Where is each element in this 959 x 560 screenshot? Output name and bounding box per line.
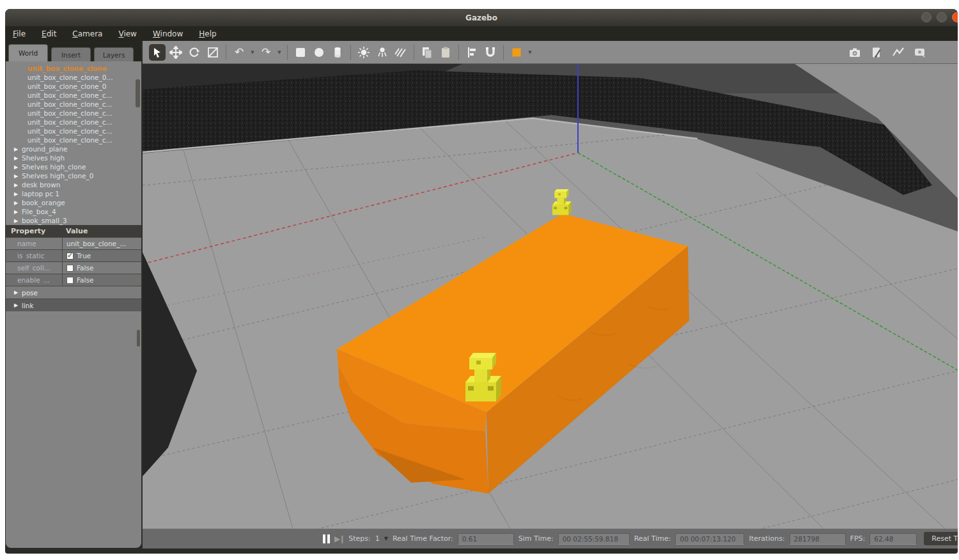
tree-item-unit-box-clone-clone-c[interactable]: unit_box_clone_clone_c... — [6, 136, 141, 144]
change-view-tool[interactable] — [508, 44, 525, 61]
yellow-robot-far[interactable] — [552, 189, 572, 215]
snap-tool[interactable] — [482, 44, 499, 61]
change-view-caret[interactable]: ▼ — [527, 50, 533, 55]
tree-item-unit-box-clone-clone-c[interactable]: unit_box_clone_clone_c... — [6, 127, 141, 136]
toolbar-separator — [226, 45, 226, 60]
expander-icon[interactable]: ▶ — [14, 172, 22, 181]
steps-value[interactable]: 1 — [375, 534, 380, 543]
property-group-link[interactable]: ▶link — [6, 299, 141, 311]
tab-world[interactable]: World — [8, 44, 48, 61]
expander-icon[interactable]: ▶ — [14, 181, 22, 190]
menubar: FileEditCameraViewWindowHelp — [5, 26, 958, 41]
reset-time-button[interactable]: Reset Time — [924, 532, 958, 545]
status-label-iterations: Iterations: — [749, 534, 784, 543]
step-button[interactable]: ▶❙ — [334, 534, 344, 543]
expander-icon[interactable]: ▶ — [14, 290, 22, 295]
tree-item-unit-box-clone-clone-c[interactable]: unit_box_clone_clone_c... — [6, 100, 141, 109]
property-row-self-coll: self_coll...False — [6, 261, 141, 274]
insert-cylinder-tool[interactable] — [329, 44, 346, 61]
point-light-tool[interactable] — [355, 44, 372, 61]
checkbox-unchecked[interactable] — [66, 265, 74, 272]
close-button[interactable] — [952, 12, 958, 22]
insert-sphere-tool[interactable] — [311, 44, 327, 61]
menu-edit[interactable]: Edit — [42, 29, 56, 38]
expander-icon[interactable]: ▶ — [14, 145, 22, 154]
property-value[interactable]: True — [62, 250, 141, 261]
tree-item-unit-box-clone-clone-c[interactable]: unit_box_clone_clone_c... — [6, 109, 141, 118]
property-value[interactable]: False — [62, 262, 141, 274]
property-table-header: Property Value — [6, 225, 141, 237]
checkbox-unchecked[interactable] — [66, 277, 74, 284]
tab-layers[interactable]: Layers — [94, 47, 134, 61]
expander-icon[interactable]: ▶ — [14, 154, 22, 163]
tree-item-shelves-high-clone-0[interactable]: ▶Shelves high_clone_0 — [6, 171, 141, 180]
gazebo-window: Gazebo FileEditCameraViewWindowHelp Worl… — [5, 9, 958, 554]
insert-box-tool[interactable] — [292, 44, 309, 61]
translate-tool[interactable] — [168, 44, 184, 61]
expander-icon[interactable]: ▶ — [14, 163, 22, 172]
tree-item-laptop-pc-1[interactable]: ▶laptop pc 1 — [6, 189, 141, 198]
left-panel: WorldInsertLayers unit_box_clone_cloneun… — [5, 41, 142, 548]
expander-icon[interactable]: ▶ — [14, 208, 22, 217]
tree-item-unit-box-clone-clone[interactable]: unit_box_clone_clone — [6, 64, 141, 73]
menu-file[interactable]: File — [13, 29, 26, 38]
align-tool[interactable] — [464, 44, 480, 61]
tree-scrollbar-thumb[interactable] — [136, 79, 140, 107]
menu-window[interactable]: Window — [153, 29, 183, 38]
menu-help[interactable]: Help — [199, 29, 216, 38]
minimize-button[interactable] — [921, 12, 932, 22]
tree-item-unit-box-clone-clone-c[interactable]: unit_box_clone_clone_c... — [6, 118, 141, 127]
render-toolbar: ↶ ▼ ↷ ▼ — [143, 41, 958, 64]
video-record-icon[interactable] — [912, 44, 928, 61]
tree-item-book-orange[interactable]: ▶book_orange — [6, 198, 141, 207]
status-label-real-time: Real Time: — [634, 534, 671, 543]
property-name: self_coll... — [6, 264, 62, 272]
tree-item-unit-box-clone-clone-0[interactable]: unit_box_clone_clone_0... — [6, 73, 141, 82]
tree-item-unit-box-clone-clone-c[interactable]: unit_box_clone_clone_c... — [6, 91, 141, 100]
value-column-header: Value — [62, 227, 141, 235]
render-canvas[interactable] — [143, 64, 958, 529]
directional-light-tool[interactable] — [393, 44, 409, 61]
menu-view[interactable]: View — [118, 29, 136, 38]
maximize-button[interactable] — [937, 12, 947, 22]
rotate-tool[interactable] — [186, 44, 203, 61]
panel-scrollbar-thumb[interactable] — [137, 330, 140, 346]
tree-item-ground-plane[interactable]: ▶ground_plane — [6, 144, 141, 153]
property-name: enable_... — [6, 276, 62, 284]
copy-button[interactable] — [419, 44, 435, 61]
yellow-robot-near[interactable] — [465, 353, 501, 401]
tree-item-shelves-high[interactable]: ▶Shelves high — [6, 153, 141, 162]
undo-button[interactable]: ↶ — [231, 44, 247, 61]
undo-history-caret[interactable]: ▼ — [249, 50, 256, 55]
tree-item-shelves-high-clone[interactable]: ▶Shelves high_clone — [6, 162, 141, 171]
tree-item-file-box-4[interactable]: ▶File_box_4 — [6, 207, 141, 216]
log-record-icon[interactable] — [868, 44, 885, 61]
expander-icon[interactable]: ▶ — [14, 217, 22, 225]
titlebar[interactable]: Gazebo — [5, 9, 958, 26]
redo-button[interactable]: ↷ — [258, 44, 274, 61]
expander-icon[interactable]: ▶ — [14, 199, 22, 208]
spot-light-tool[interactable] — [374, 44, 391, 61]
checkbox-checked[interactable] — [66, 253, 74, 260]
property-table: Property Value nameunit_box_clone_...is_… — [6, 225, 141, 286]
property-value: unit_box_clone_... — [62, 238, 141, 249]
expander-icon[interactable]: ▶ — [14, 302, 22, 308]
redo-history-caret[interactable]: ▼ — [276, 50, 283, 55]
select-tool[interactable] — [149, 44, 166, 61]
tree-item-book-small-3[interactable]: ▶book_small_3 — [6, 216, 141, 225]
screenshot-icon[interactable] — [846, 44, 863, 61]
property-name: is_static — [6, 252, 62, 260]
property-value[interactable]: False — [62, 274, 141, 286]
scale-tool[interactable] — [205, 44, 221, 61]
pause-button[interactable] — [323, 534, 330, 543]
plot-icon[interactable] — [890, 44, 907, 61]
tree-item-desk-brown[interactable]: ▶desk brown — [6, 180, 141, 189]
steps-dropdown-caret[interactable]: ▼ — [384, 536, 388, 541]
expander-icon[interactable]: ▶ — [14, 190, 22, 199]
tab-insert[interactable]: Insert — [51, 47, 91, 61]
menu-camera[interactable]: Camera — [72, 29, 102, 38]
paste-button[interactable] — [437, 44, 454, 61]
property-name: name — [6, 240, 62, 247]
property-group-pose[interactable]: ▶pose — [6, 286, 141, 299]
tree-item-unit-box-clone-clone-0[interactable]: unit_box_clone_clone_0 — [6, 82, 141, 91]
